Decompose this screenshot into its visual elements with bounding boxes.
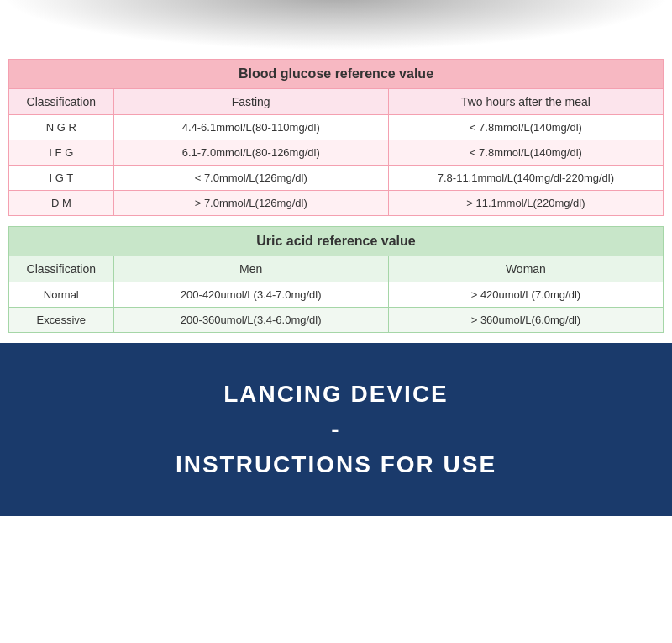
bg-row1-class: N G R xyxy=(9,115,114,140)
bg-row3-class: I G T xyxy=(9,166,114,191)
bg-row3-fasting: < 7.0mmol/L(126mg/dl) xyxy=(113,166,388,191)
bg-row4-fasting: > 7.0mmol/L(126mg/dl) xyxy=(113,191,388,216)
bg-header-after-meal: Two hours after the meal xyxy=(388,89,663,115)
banner-line1: LANCING DEVICE xyxy=(17,377,655,412)
main-container: Blood glucose reference value Classifica… xyxy=(0,50,672,333)
bg-row1-after-meal: < 7.8mmol/L(140mg/dl) xyxy=(388,115,663,140)
ua-row1-class: Normal xyxy=(9,282,114,308)
blood-glucose-table: Blood glucose reference value Classifica… xyxy=(8,59,664,216)
bg-header-fasting: Fasting xyxy=(113,89,388,115)
bg-row3-after-meal: 7.8-11.1mmol/L(140mg/dl-220mg/dl) xyxy=(388,166,663,191)
ua-row2-men: 200-360umol/L(3.4-6.0mg/dl) xyxy=(113,308,388,333)
banner-line2: - xyxy=(17,412,655,447)
bg-row2-fasting: 6.1-7.0mmol/L(80-126mg/dl) xyxy=(113,140,388,166)
ua-row1-men: 200-420umol/L(3.4-7.0mg/dl) xyxy=(113,282,388,308)
bg-row4-after-meal: > 11.1mmol/L(220mg/dl) xyxy=(388,191,663,216)
ua-row1-woman: > 420umol/L(7.0mg/dl) xyxy=(388,282,663,308)
uric-acid-table: Uric acid reference value Classification… xyxy=(8,226,664,333)
banner-line3: INSTRUCTIONS FOR USE xyxy=(17,447,655,482)
ua-header-classification: Classification xyxy=(9,256,114,282)
ua-row2-class: Excessive xyxy=(9,308,114,333)
bg-row4-class: D M xyxy=(9,191,114,216)
blood-glucose-title: Blood glucose reference value xyxy=(9,60,664,89)
ua-row2-woman: > 360umol/L(6.0mg/dl) xyxy=(388,308,663,333)
bg-row2-after-meal: < 7.8mmol/L(140mg/dl) xyxy=(388,140,663,166)
bg-header-classification: Classification xyxy=(9,89,114,115)
ua-header-men: Men xyxy=(113,256,388,282)
lancing-device-banner: LANCING DEVICE - INSTRUCTIONS FOR USE xyxy=(0,343,672,516)
bg-row1-fasting: 4.4-6.1mmol/L(80-110mg/dl) xyxy=(113,115,388,140)
top-shadow xyxy=(0,0,672,50)
uric-acid-title: Uric acid reference value xyxy=(9,227,664,256)
bg-row2-class: I F G xyxy=(9,140,114,166)
ua-header-woman: Woman xyxy=(388,256,663,282)
